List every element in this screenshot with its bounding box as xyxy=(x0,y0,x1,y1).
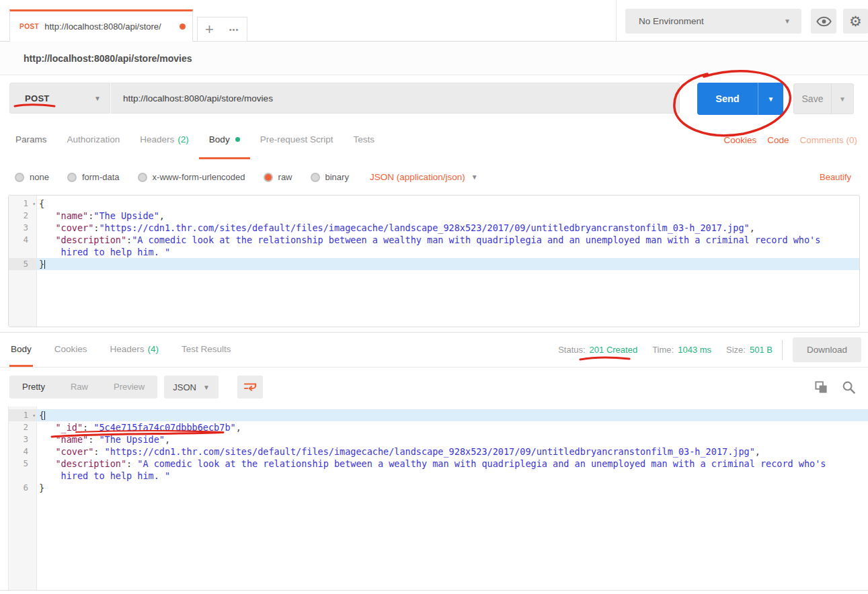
url-field-wrap xyxy=(111,83,680,114)
code-line: hired to help him. " xyxy=(9,470,868,482)
method-selector[interactable]: POST ▼ xyxy=(9,83,110,114)
chevron-down-icon: ▼ xyxy=(203,384,210,391)
line-number: 1▾ xyxy=(9,409,36,421)
word-wrap-button[interactable] xyxy=(237,376,263,398)
request-tabs: ParamsAuthorizationHeaders(2)BodyPre-req… xyxy=(0,121,868,159)
chevron-down-icon: ▼ xyxy=(471,173,478,181)
request-title: http://localhost:8080/api/store/movies xyxy=(24,53,192,64)
code-content: "_id": "5c4e715fa74c07dbbb6ecb7b", xyxy=(36,421,868,433)
header-divider xyxy=(616,0,617,41)
comments-link[interactable]: Comments (0) xyxy=(799,135,857,145)
radio-icon xyxy=(15,173,24,182)
download-button[interactable]: Download xyxy=(793,337,861,362)
response-tab-headers[interactable]: Headers(4) xyxy=(109,333,161,367)
more-tabs-button[interactable]: ••• xyxy=(221,17,247,42)
request-tab-pre-request-script[interactable]: Pre-request Script xyxy=(250,121,344,159)
environment-quicklook-button[interactable] xyxy=(811,9,836,34)
line-number: 3 xyxy=(9,222,36,234)
code-content: "name":"The Upside", xyxy=(36,210,859,222)
body-mode-form-data[interactable]: form-data xyxy=(67,172,120,182)
body-mode-binary[interactable]: binary xyxy=(311,172,349,182)
tab-url-label: http://localhost:8080/api/store/ xyxy=(44,22,175,32)
request-tabs-list: ParamsAuthorizationHeaders(2)BodyPre-req… xyxy=(5,121,385,159)
line-number xyxy=(9,470,36,482)
response-tab-body[interactable]: Body xyxy=(9,333,33,367)
cookies-link[interactable]: Cookies xyxy=(723,135,756,145)
chevron-down-icon: ▼ xyxy=(94,95,101,102)
request-tab-header[interactable]: POST http://localhost:8080/api/store/ xyxy=(9,9,193,42)
code-line: 5} xyxy=(9,258,859,270)
view-mode-pretty[interactable]: Pretty xyxy=(9,376,58,398)
code-link[interactable]: Code xyxy=(767,135,789,145)
send-label: Send xyxy=(715,93,739,104)
tab-label: Body xyxy=(11,344,32,354)
bottom-border xyxy=(0,590,868,594)
radio-icon xyxy=(67,173,77,182)
request-tab-authorization[interactable]: Authorization xyxy=(57,121,130,159)
response-tab-test-results[interactable]: Test Results xyxy=(180,333,233,367)
response-header: BodyCookiesHeaders(4)Test Results Status… xyxy=(0,333,868,368)
tab-label: Preview xyxy=(114,382,145,392)
request-links: Cookies Code Comments (0) xyxy=(723,121,868,159)
new-tab-button[interactable]: + xyxy=(197,17,222,42)
request-tab-headers[interactable]: Headers(2) xyxy=(130,121,199,159)
body-mode-list: noneform-datax-www-form-urlencodedrawbin… xyxy=(15,172,349,182)
code-line: 2 "_id": "5c4e715fa74c07dbbb6ecb7b", xyxy=(9,421,868,433)
tab-count: (4) xyxy=(148,344,159,354)
beautify-link[interactable]: Beautify xyxy=(820,172,868,182)
plus-icon: + xyxy=(205,21,214,38)
request-tab-params[interactable]: Params xyxy=(5,121,57,159)
tab-label: Pre-request Script xyxy=(260,134,333,144)
response-body-editor[interactable]: 1▾{2 "_id": "5c4e715fa74c07dbbb6ecb7b",3… xyxy=(8,407,868,590)
mode-label: x-www-form-urlencoded xyxy=(153,172,245,182)
unsaved-dot-icon xyxy=(180,24,186,30)
code-line: 5 "description": "A comedic look at the … xyxy=(9,458,868,470)
green-dot-icon xyxy=(235,137,240,142)
mode-label: none xyxy=(30,172,49,182)
code-line: 1▾{ xyxy=(9,409,868,421)
text-cursor xyxy=(44,411,45,420)
request-tab-body[interactable]: Body xyxy=(199,121,250,159)
request-tab-tests[interactable]: Tests xyxy=(343,121,385,159)
settings-button[interactable]: ⚙ xyxy=(843,9,868,34)
mode-label: form-data xyxy=(82,172,120,182)
body-mode-raw[interactable]: raw xyxy=(264,172,292,182)
format-label: JSON xyxy=(173,382,196,392)
code-line: hired to help him. " xyxy=(9,246,859,258)
time-label: Time: xyxy=(652,345,674,355)
chevron-down-icon: ▼ xyxy=(784,17,791,25)
line-number: 4 xyxy=(9,446,36,458)
body-mode-none[interactable]: none xyxy=(15,172,49,182)
view-mode-preview[interactable]: Preview xyxy=(101,376,157,398)
tab-label: Tests xyxy=(353,134,374,144)
code-content: "cover": "https://cdn1.thr.com/sites/def… xyxy=(36,446,868,458)
tab-label: Raw xyxy=(71,382,88,392)
send-options-button[interactable]: ▼ xyxy=(758,83,783,115)
save-label: Save xyxy=(802,93,824,104)
code-content: "cover":"https://cdn1.thr.com/sites/defa… xyxy=(36,222,859,234)
code-content: "description":"A comedic look at the rel… xyxy=(36,234,859,246)
copy-icon[interactable] xyxy=(814,380,828,394)
save-button[interactable]: Save xyxy=(794,84,831,114)
status-value: 201 Created xyxy=(590,345,638,355)
response-tab-cookies[interactable]: Cookies xyxy=(53,333,89,367)
request-body-editor[interactable]: 1▾{2 "name":"The Upside",3 "cover":"http… xyxy=(8,195,860,327)
code-content: } xyxy=(36,258,859,270)
response-format-selector[interactable]: JSON ▼ xyxy=(164,376,219,398)
mode-label: binary xyxy=(325,172,349,182)
save-options-button[interactable]: ▼ xyxy=(831,84,853,114)
text-cursor xyxy=(44,260,45,269)
tab-method-badge: POST xyxy=(19,23,39,30)
search-icon[interactable] xyxy=(842,380,856,394)
url-input[interactable] xyxy=(111,93,679,103)
tab-bar: POST http://localhost:8080/api/store/ + … xyxy=(0,0,868,42)
postman-window: POST http://localhost:8080/api/store/ + … xyxy=(0,0,868,594)
time-value: 1043 ms xyxy=(678,345,711,355)
content-type-selector[interactable]: JSON (application/json) ▼ xyxy=(370,172,478,182)
send-button[interactable]: Send xyxy=(697,83,758,115)
environment-selector[interactable]: No Environment ▼ xyxy=(625,9,801,34)
code-content: { xyxy=(36,198,859,210)
tab-count: (2) xyxy=(177,134,189,144)
body-mode-x-www-form-urlencoded[interactable]: x-www-form-urlencoded xyxy=(138,172,245,182)
view-mode-raw[interactable]: Raw xyxy=(58,376,101,398)
